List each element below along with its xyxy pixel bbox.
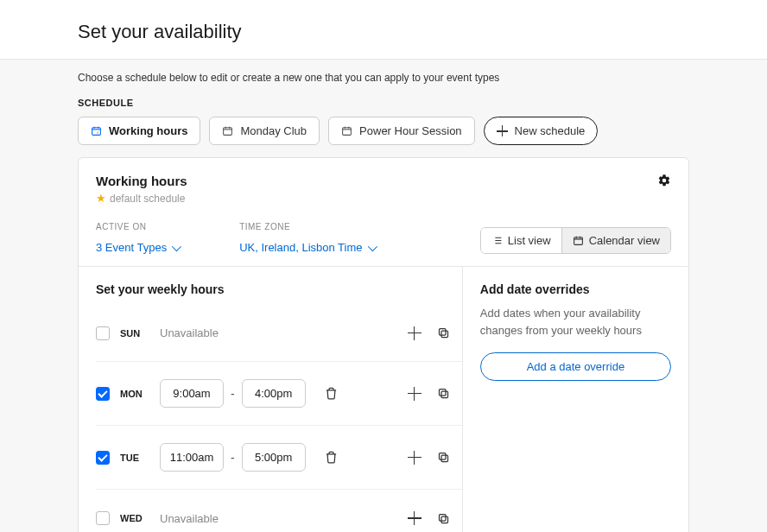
day-checkbox-wed[interactable] [96, 511, 110, 525]
active-on-value: 3 Event Types [96, 241, 167, 254]
timezone-block: TIME ZONE UK, Ireland, Lisbon Time [239, 222, 374, 254]
svg-rect-9 [439, 453, 446, 460]
day-row-tue: TUE 11:00am - 5:00pm [96, 426, 462, 490]
view-toggle: List view Calendar view [480, 227, 671, 254]
svg-rect-10 [441, 516, 448, 523]
list-view-button[interactable]: List view [481, 228, 561, 253]
svg-rect-2 [343, 128, 352, 136]
day-checkbox-tue[interactable] [96, 451, 110, 465]
intro-text: Choose a schedule below to edit or creat… [78, 72, 689, 84]
svg-rect-0 [92, 128, 101, 136]
calendar-icon [222, 125, 233, 136]
timezone-dropdown[interactable]: UK, Ireland, Lisbon Time [239, 241, 374, 254]
schedule-section-label: SCHEDULE [78, 98, 689, 108]
calendar-view-button[interactable]: Calendar view [561, 228, 670, 253]
svg-rect-5 [439, 329, 446, 336]
copy-icon[interactable] [437, 326, 450, 339]
day-checkbox-sun[interactable] [96, 326, 110, 340]
weekly-hours-title: Set your weekly hours [96, 282, 462, 296]
chevron-down-icon [367, 241, 377, 250]
active-on-block: ACTIVE ON 3 Event Types [96, 222, 179, 254]
end-time-input[interactable]: 4:00pm [242, 379, 306, 408]
day-label: WED [120, 513, 160, 523]
day-row-wed: WED Unavailable [96, 490, 462, 532]
schedule-tab-label: Monday Club [240, 124, 307, 137]
card-header: Working hours ★ default schedule ACTIVE … [79, 158, 688, 266]
calendar-icon [91, 125, 102, 136]
copy-icon[interactable] [437, 387, 450, 400]
svg-rect-1 [224, 128, 232, 136]
list-view-label: List view [508, 234, 551, 247]
schedule-tab-label: Power Hour Session [359, 124, 462, 137]
day-label: SUN [120, 328, 160, 339]
start-time-input[interactable]: 11:00am [160, 443, 224, 472]
schedule-tab-power-hour[interactable]: Power Hour Session [328, 117, 475, 145]
add-interval-button[interactable] [408, 511, 422, 525]
svg-rect-4 [441, 331, 448, 338]
unavailable-text: Unavailable [160, 326, 219, 339]
timezone-label: TIME ZONE [239, 222, 374, 231]
calendar-icon [341, 125, 352, 136]
svg-rect-11 [439, 514, 446, 521]
day-row-mon: MON 9:00am - 4:00pm [96, 362, 462, 426]
svg-rect-6 [441, 391, 448, 398]
timezone-value: UK, Ireland, Lisbon Time [239, 241, 362, 254]
page-body: Choose a schedule below to edit or creat… [0, 60, 767, 532]
unavailable-text: Unavailable [160, 512, 219, 525]
chevron-down-icon [172, 241, 181, 250]
active-on-dropdown[interactable]: 3 Event Types [96, 241, 179, 254]
schedule-tab-monday-club[interactable]: Monday Club [209, 117, 320, 145]
svg-rect-7 [439, 390, 446, 396]
card-body: Set your weekly hours SUN Unavailable [79, 266, 688, 532]
overrides-column: Add date overrides Add dates when your a… [463, 267, 688, 532]
svg-rect-8 [441, 455, 448, 462]
calendar-view-label: Calendar view [589, 234, 660, 247]
overrides-title: Add date overrides [480, 282, 671, 296]
end-time-input[interactable]: 5:00pm [242, 443, 306, 472]
schedule-name: Working hours [96, 174, 187, 188]
day-row-sun: SUN Unavailable [96, 305, 462, 362]
calendar-icon [573, 235, 584, 246]
time-separator: - [231, 387, 235, 401]
day-label: MON [120, 389, 160, 399]
copy-icon[interactable] [437, 451, 450, 464]
plus-icon [497, 125, 508, 136]
overrides-description: Add dates when your availability changes… [480, 305, 671, 339]
day-label: TUE [120, 453, 160, 463]
page-title: Set your availability [78, 21, 689, 43]
add-interval-button[interactable] [408, 451, 422, 465]
schedule-tab-working-hours[interactable]: Working hours [78, 117, 200, 145]
schedule-tab-label: Working hours [109, 124, 187, 137]
weekly-hours-column: Set your weekly hours SUN Unavailable [79, 267, 463, 532]
schedule-card: Working hours ★ default schedule ACTIVE … [78, 157, 689, 532]
svg-rect-3 [574, 238, 582, 245]
day-checkbox-mon[interactable] [96, 387, 110, 401]
time-separator: - [231, 451, 235, 465]
new-schedule-button[interactable]: New schedule [484, 117, 599, 145]
active-on-label: ACTIVE ON [96, 222, 179, 231]
add-interval-button[interactable] [408, 387, 422, 401]
start-time-input[interactable]: 9:00am [160, 379, 224, 408]
page-header: Set your availability [0, 0, 767, 60]
default-schedule-badge: ★ default schedule [96, 192, 187, 205]
trash-icon[interactable] [325, 451, 338, 464]
trash-icon[interactable] [325, 387, 338, 400]
list-icon [491, 235, 503, 246]
new-schedule-label: New schedule [515, 124, 586, 137]
schedule-tabs: Working hours Monday Club Power Hour Ses… [78, 117, 689, 145]
add-interval-button[interactable] [408, 326, 422, 340]
copy-icon[interactable] [437, 512, 450, 525]
add-override-button[interactable]: Add a date override [480, 352, 671, 381]
default-schedule-label: default schedule [110, 193, 185, 205]
star-icon: ★ [96, 192, 106, 205]
gear-icon[interactable] [657, 174, 671, 187]
